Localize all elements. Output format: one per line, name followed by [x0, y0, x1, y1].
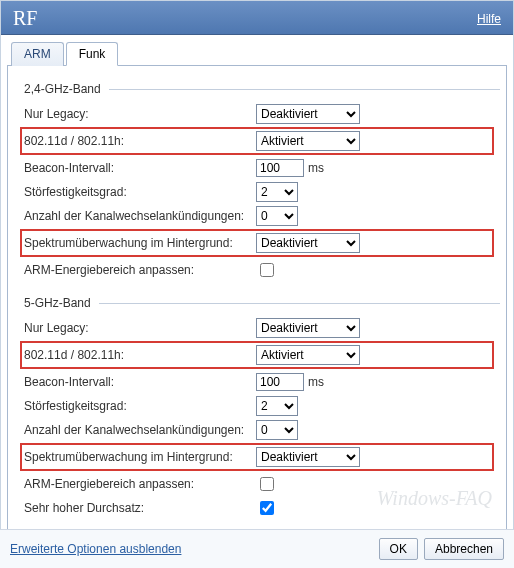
select-24-80211dh[interactable]: Aktiviert [256, 131, 360, 151]
select-5-spektrum[interactable]: Deaktiviert [256, 447, 360, 467]
label-beacon: Beacon-Intervall: [24, 375, 256, 389]
row-5-80211dh: 802.11d / 802.11h: Aktiviert [20, 341, 494, 369]
row-24-beacon: Beacon-Intervall: ms [22, 156, 500, 180]
label-legacy: Nur Legacy: [24, 321, 256, 335]
unit-ms: ms [308, 375, 324, 389]
select-5-stoer[interactable]: 2 [256, 396, 298, 416]
row-5-legacy: Nur Legacy: Deaktiviert [22, 316, 500, 340]
label-legacy: Nur Legacy: [24, 107, 256, 121]
row-24-stoer: Störfestigkeitsgrad: 2 [22, 180, 500, 204]
row-24-kanal: Anzahl der Kanalwechselankündigungen: 0 [22, 204, 500, 228]
label-80211dh: 802.11d / 802.11h: [24, 348, 256, 362]
row-5-sehr-hoher: Sehr hoher Durchsatz: [22, 496, 500, 520]
advanced-options-link[interactable]: Erweiterte Optionen ausblenden [10, 542, 181, 556]
row-5-stoer: Störfestigkeitsgrad: 2 [22, 394, 500, 418]
label-spektrum: Spektrumüberwachung im Hintergrund: [24, 450, 256, 464]
label-kanal: Anzahl der Kanalwechselankündigungen: [24, 209, 256, 223]
label-arm-energie: ARM-Energiebereich anpassen: [24, 263, 256, 277]
input-24-beacon[interactable] [256, 159, 304, 177]
label-80211dh: 802.11d / 802.11h: [24, 134, 256, 148]
row-24-spektrum: Spektrumüberwachung im Hintergrund: Deak… [20, 229, 494, 257]
header-bar: RF Hilfe [1, 1, 513, 35]
cancel-button[interactable]: Abbrechen [424, 538, 504, 560]
label-beacon: Beacon-Intervall: [24, 161, 256, 175]
footer-buttons: OK Abbrechen [379, 538, 504, 560]
label-sehr-hoher: Sehr hoher Durchsatz: [24, 501, 256, 515]
select-24-spektrum[interactable]: Deaktiviert [256, 233, 360, 253]
row-24-arm-energie: ARM-Energiebereich anpassen: [22, 258, 500, 282]
label-stoer: Störfestigkeitsgrad: [24, 399, 256, 413]
checkbox-5-arm-energie[interactable] [260, 477, 274, 491]
input-5-beacon[interactable] [256, 373, 304, 391]
band-5ghz-legend: 5-GHz-Band [22, 296, 99, 310]
select-5-kanal[interactable]: 0 [256, 420, 298, 440]
unit-ms: ms [308, 161, 324, 175]
label-arm-energie: ARM-Energiebereich anpassen: [24, 477, 256, 491]
row-5-spektrum: Spektrumüberwachung im Hintergrund: Deak… [20, 443, 494, 471]
tab-strip: ARM Funk [11, 41, 513, 65]
select-5-legacy[interactable]: Deaktiviert [256, 318, 360, 338]
row-24-80211dh: 802.11d / 802.11h: Aktiviert [20, 127, 494, 155]
checkbox-24-arm-energie[interactable] [260, 263, 274, 277]
row-24-legacy: Nur Legacy: Deaktiviert [22, 102, 500, 126]
select-24-stoer[interactable]: 2 [256, 182, 298, 202]
settings-panel: 2,4-GHz-Band Nur Legacy: Deaktiviert 802… [7, 65, 507, 543]
select-24-kanal[interactable]: 0 [256, 206, 298, 226]
band-5ghz: 5-GHz-Band Nur Legacy: Deaktiviert 802.1… [22, 296, 500, 520]
label-spektrum: Spektrumüberwachung im Hintergrund: [24, 236, 256, 250]
select-5-80211dh[interactable]: Aktiviert [256, 345, 360, 365]
tab-funk[interactable]: Funk [66, 42, 119, 66]
help-link[interactable]: Hilfe [477, 12, 501, 26]
row-5-arm-energie: ARM-Energiebereich anpassen: [22, 472, 500, 496]
band-24ghz: 2,4-GHz-Band Nur Legacy: Deaktiviert 802… [22, 82, 500, 282]
label-stoer: Störfestigkeitsgrad: [24, 185, 256, 199]
row-5-beacon: Beacon-Intervall: ms [22, 370, 500, 394]
label-kanal: Anzahl der Kanalwechselankündigungen: [24, 423, 256, 437]
band-24ghz-legend: 2,4-GHz-Band [22, 82, 109, 96]
checkbox-5-sehr-hoher[interactable] [260, 501, 274, 515]
row-5-kanal: Anzahl der Kanalwechselankündigungen: 0 [22, 418, 500, 442]
ok-button[interactable]: OK [379, 538, 418, 560]
tab-arm[interactable]: ARM [11, 42, 64, 66]
footer-bar: Erweiterte Optionen ausblenden OK Abbrec… [0, 529, 514, 568]
select-24-legacy[interactable]: Deaktiviert [256, 104, 360, 124]
page-title: RF [13, 7, 37, 30]
